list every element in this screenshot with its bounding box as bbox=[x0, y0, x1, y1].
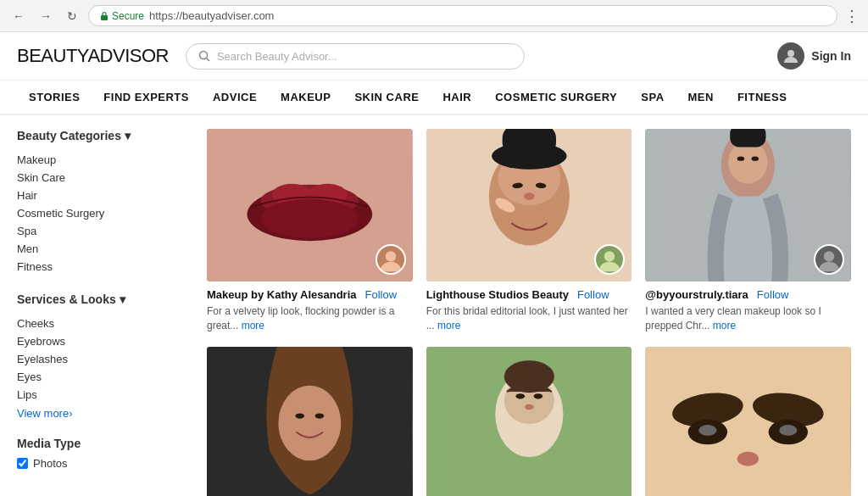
cards-grid: Makeup by Kathy Alesandria Follow For a … bbox=[207, 129, 851, 496]
main-nav: STORIES FIND EXPERTS ADVICE MAKEUP SKIN … bbox=[0, 81, 868, 115]
logo[interactable]: BEAUTYADVISOR bbox=[17, 45, 169, 67]
card-desc-1: For this bridal editorial look, I just w… bbox=[426, 304, 632, 333]
sidebar-item-lips[interactable]: Lips bbox=[17, 386, 186, 404]
card-5[interactable] bbox=[645, 347, 851, 496]
sidebar-item-eyelashes[interactable]: Eyelashes bbox=[17, 350, 186, 368]
services-looks-section: Services & Looks ▾ Cheeks Eyebrows Eyela… bbox=[17, 293, 186, 420]
sidebar-item-eyes[interactable]: Eyes bbox=[17, 368, 186, 386]
sign-in-area[interactable]: Sign In bbox=[777, 42, 851, 70]
sidebar-item-men[interactable]: Men bbox=[17, 240, 186, 258]
page-body: Beauty Categories ▾ Makeup Skin Care Hai… bbox=[0, 115, 868, 496]
svg-point-47 bbox=[737, 451, 759, 465]
svg-point-39 bbox=[504, 360, 554, 393]
svg-rect-40 bbox=[645, 347, 851, 496]
media-type-photos[interactable]: Photos bbox=[17, 457, 186, 470]
back-button[interactable]: ← bbox=[8, 8, 29, 25]
logo-light: ADVISOR bbox=[87, 45, 169, 66]
card-author-2: @byyourstruly.tiara Follow bbox=[645, 288, 851, 301]
card-avatar-2 bbox=[814, 244, 844, 275]
nav-find-experts[interactable]: FIND EXPERTS bbox=[92, 81, 201, 114]
more-link-0[interactable]: more bbox=[242, 320, 264, 332]
follow-link-2[interactable]: Follow bbox=[757, 288, 789, 301]
main-content: Makeup by Kathy Alesandria Follow For a … bbox=[207, 129, 851, 496]
user-icon bbox=[777, 42, 804, 70]
sidebar-item-skincare[interactable]: Skin Care bbox=[17, 169, 186, 187]
card-author-0: Makeup by Kathy Alesandria Follow bbox=[207, 288, 413, 301]
svg-point-28 bbox=[824, 251, 834, 261]
card-author-1: Lighthouse Studios Beauty Follow bbox=[426, 288, 632, 301]
author-name-0: Makeup by Kathy Alesandria bbox=[207, 288, 357, 301]
site-header: BEAUTYADVISOR Search Beauty Advisor... S… bbox=[0, 32, 868, 81]
svg-point-3 bbox=[787, 50, 794, 57]
media-type-title: Media Type bbox=[17, 437, 186, 450]
refresh-button[interactable]: ↻ bbox=[63, 8, 81, 25]
nav-hair[interactable]: HAIR bbox=[431, 81, 483, 114]
photos-checkbox[interactable] bbox=[17, 458, 28, 469]
card-image-3 bbox=[207, 347, 413, 496]
follow-link-0[interactable]: Follow bbox=[365, 288, 398, 301]
url-text: https://beautyadviser.com bbox=[149, 9, 274, 22]
card-1[interactable]: Lighthouse Studios Beauty Follow For thi… bbox=[426, 129, 632, 333]
svg-point-36 bbox=[515, 393, 525, 398]
sidebar-item-spa[interactable]: Spa bbox=[17, 222, 186, 240]
sidebar-item-hair[interactable]: Hair bbox=[17, 187, 186, 204]
sidebar: Beauty Categories ▾ Makeup Skin Care Hai… bbox=[17, 129, 186, 496]
more-link-1[interactable]: more bbox=[437, 320, 460, 332]
card-image-4 bbox=[426, 347, 632, 496]
card-image-0 bbox=[207, 129, 413, 281]
svg-point-25 bbox=[737, 156, 744, 160]
nav-cosmetic-surgery[interactable]: COSMETIC SURGERY bbox=[483, 81, 629, 114]
nav-men[interactable]: MEN bbox=[676, 81, 726, 114]
card-image-2 bbox=[645, 129, 851, 281]
svg-point-38 bbox=[525, 404, 534, 409]
beauty-categories-section: Beauty Categories ▾ Makeup Skin Care Hai… bbox=[17, 129, 186, 276]
nav-fitness[interactable]: FITNESS bbox=[726, 81, 798, 114]
more-link-2[interactable]: more bbox=[713, 320, 736, 332]
follow-link-1[interactable]: Follow bbox=[577, 288, 609, 301]
search-placeholder: Search Beauty Advisor... bbox=[217, 50, 337, 63]
sidebar-item-fitness[interactable]: Fitness bbox=[17, 258, 186, 276]
svg-point-37 bbox=[533, 393, 542, 398]
card-3[interactable] bbox=[207, 347, 413, 496]
author-name-1: Lighthouse Studios Beauty bbox=[426, 288, 569, 301]
address-bar[interactable]: Secure https://beautyadviser.com bbox=[88, 5, 837, 26]
view-more-link[interactable]: View more› bbox=[17, 407, 186, 420]
svg-point-44 bbox=[699, 425, 717, 436]
svg-point-1 bbox=[199, 52, 207, 59]
card-image-5 bbox=[645, 347, 851, 496]
card-image-1 bbox=[426, 129, 632, 281]
svg-point-46 bbox=[780, 425, 798, 436]
svg-point-26 bbox=[752, 156, 759, 160]
sidebar-item-eyebrows[interactable]: Eyebrows bbox=[17, 332, 186, 350]
sign-in-label: Sign In bbox=[811, 49, 851, 63]
card-desc-0: For a velvety lip look, flocking powder … bbox=[207, 304, 413, 333]
sidebar-item-cheeks[interactable]: Cheeks bbox=[17, 315, 186, 332]
author-name-2: @byyourstruly.tiara bbox=[645, 288, 748, 301]
svg-rect-27 bbox=[731, 129, 766, 147]
chevron-down-icon-2: ▾ bbox=[120, 293, 125, 306]
forward-button[interactable]: → bbox=[36, 8, 56, 25]
svg-point-32 bbox=[315, 413, 325, 418]
browser-menu-button[interactable]: ⋮ bbox=[844, 7, 860, 25]
svg-point-30 bbox=[278, 385, 341, 460]
sidebar-item-cosmetic-surgery[interactable]: Cosmetic Surgery bbox=[17, 204, 186, 222]
browser-chrome: ← → ↻ Secure https://beautyadviser.com ⋮ bbox=[0, 0, 868, 32]
services-looks-title: Services & Looks ▾ bbox=[17, 293, 186, 306]
nav-stories[interactable]: STORIES bbox=[17, 81, 92, 114]
svg-point-16 bbox=[524, 192, 535, 199]
svg-point-20 bbox=[604, 251, 615, 261]
card-0[interactable]: Makeup by Kathy Alesandria Follow For a … bbox=[207, 129, 413, 333]
sidebar-item-makeup[interactable]: Makeup bbox=[17, 151, 186, 169]
card-2[interactable]: @byyourstruly.tiara Follow I wanted a ve… bbox=[645, 129, 851, 333]
nav-makeup[interactable]: MAKEUP bbox=[269, 81, 342, 114]
nav-advice[interactable]: ADVICE bbox=[201, 81, 269, 114]
search-bar[interactable]: Search Beauty Advisor... bbox=[186, 43, 525, 70]
svg-point-31 bbox=[295, 413, 304, 418]
card-4[interactable] bbox=[426, 347, 632, 496]
media-type-section: Media Type Photos bbox=[17, 437, 186, 470]
svg-point-18 bbox=[492, 142, 567, 170]
svg-point-9 bbox=[260, 199, 359, 238]
nav-skin-care[interactable]: SKIN CARE bbox=[342, 81, 431, 114]
nav-spa[interactable]: SPA bbox=[629, 81, 676, 114]
svg-point-10 bbox=[385, 251, 395, 261]
